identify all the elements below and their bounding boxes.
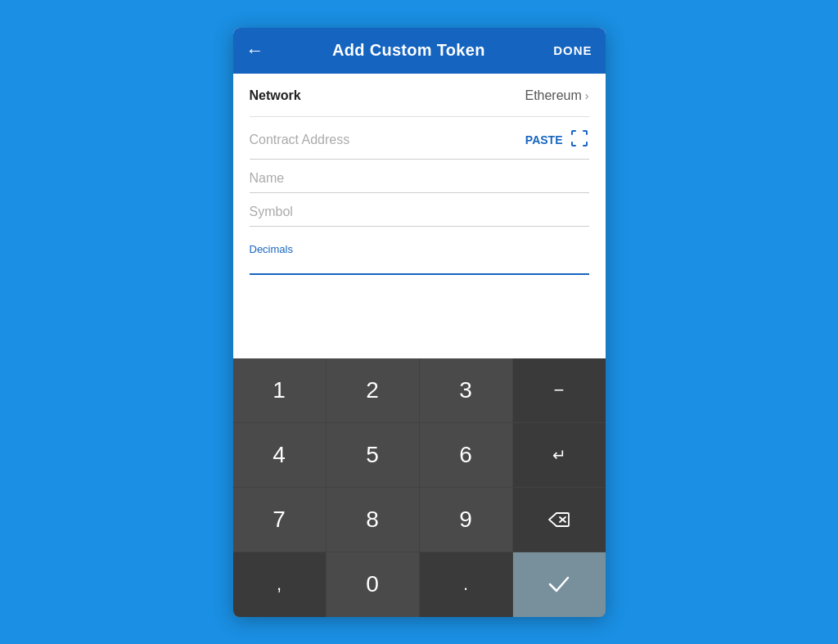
key-period[interactable]: . [420,552,512,616]
key-2[interactable]: 2 [327,358,419,422]
decimals-label: Decimals [250,243,589,255]
key-minus[interactable]: − [513,358,606,422]
symbol-field[interactable]: Symbol [250,193,589,227]
decimals-field[interactable] [250,255,589,275]
key-7[interactable]: 7 [233,488,326,552]
paste-button[interactable]: PASTE [525,133,563,146]
chevron-right-icon: › [585,89,589,102]
key-0[interactable]: 0 [327,552,419,616]
name-field[interactable]: Name [250,160,589,193]
network-value[interactable]: Ethereum › [525,88,588,103]
key-return[interactable]: ↵ [513,423,606,487]
done-button[interactable]: DONE [553,43,592,57]
key-6[interactable]: 6 [420,423,512,487]
back-button[interactable]: ← [246,40,264,61]
key-5[interactable]: 5 [327,423,419,487]
key-4[interactable]: 4 [233,423,326,487]
key-1[interactable]: 1 [233,358,326,422]
page-title: Add Custom Token [332,41,485,60]
numeric-keyboard: 1 2 3 − 4 5 6 ↵ 7 8 9 , 0 . [233,358,606,617]
key-done[interactable] [513,552,606,616]
decimals-section: Decimals [250,227,589,275]
header: ← Add Custom Token DONE [233,28,606,74]
key-backspace[interactable] [513,488,606,552]
key-9[interactable]: 9 [420,488,512,552]
key-comma[interactable]: , [233,552,326,616]
phone-container: ← Add Custom Token DONE Network Ethereum… [233,28,606,617]
scan-icon[interactable] [570,128,589,152]
network-row[interactable]: Network Ethereum › [250,74,589,117]
symbol-placeholder: Symbol [250,205,589,219]
contract-address-field[interactable]: Contract Address PASTE [250,117,589,160]
network-label: Network [250,88,301,103]
key-8[interactable]: 8 [327,488,419,552]
key-3[interactable]: 3 [420,358,512,422]
network-name: Ethereum [525,88,581,103]
form-section: Network Ethereum › Contract Address PAST… [233,74,606,358]
contract-address-placeholder: Contract Address [250,133,525,147]
name-placeholder: Name [250,171,589,186]
